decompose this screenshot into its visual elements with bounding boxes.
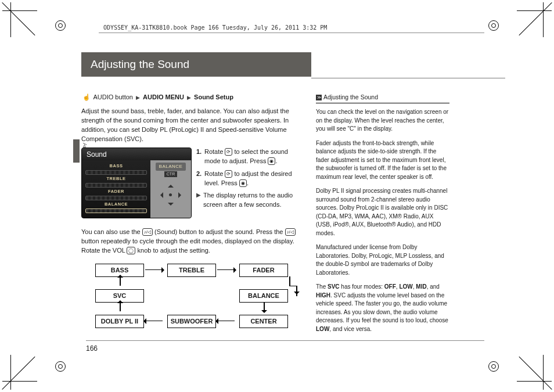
flow-box-treble: TREBLE: [167, 264, 216, 278]
registration-mark-icon: [482, 14, 505, 37]
header-stamp: ODYSSEY_KA-31TK8810.book Page 166 Tuesda…: [103, 24, 327, 31]
step-text: Rotate to select the sound mode to adjus…: [204, 148, 301, 166]
steps-list: 1. Rotate to select the sound mode to ad…: [196, 148, 301, 210]
flow-arrow: [120, 276, 121, 286]
main-column: AUDIO button ▶ AUDIO MENU ▶ Sound Setup …: [81, 93, 301, 339]
vol-knob-icon: [127, 247, 135, 254]
chevron-right-icon: ▶: [196, 191, 201, 210]
breadcrumb-item: Sound Setup: [194, 93, 233, 100]
screenshot-row-label: BALANCE: [85, 202, 147, 208]
intro-paragraph: Adjust the sound bass, treble, fader, an…: [81, 107, 301, 144]
sidebar-title: ≫Adjusting the Sound: [316, 93, 449, 103]
enter-icon: [239, 179, 247, 187]
crop-mark-top-right: [517, 2, 552, 37]
header-rule: [99, 33, 484, 33]
registration-mark-icon: [49, 14, 72, 37]
breadcrumb: AUDIO button ▶ AUDIO MENU ▶ Sound Setup: [81, 93, 301, 102]
joystick-icon: [156, 181, 185, 210]
step-number: 1.: [196, 148, 204, 166]
screenshot-balance-label: BALANCE: [156, 163, 186, 171]
dial-icon: [225, 170, 232, 178]
flow-box-fader: FADER: [239, 264, 288, 278]
screenshot-row-label: FADER: [85, 189, 147, 195]
section-tab: [73, 139, 80, 163]
sidebar-paragraph: Fader adjusts the front-to-back strength…: [316, 139, 449, 182]
page-number: 166: [86, 344, 98, 353]
flow-arrow: [145, 269, 163, 271]
screenshot-ctr-label: CTR: [164, 171, 177, 177]
registration-mark-icon: [482, 355, 505, 378]
chevron-right-icon: ▶: [136, 94, 140, 102]
crop-mark-top-left: [2, 2, 37, 37]
flow-arrow: [120, 302, 121, 311]
footer-rule: [86, 340, 484, 341]
sound-button-icon: [285, 228, 296, 236]
flow-arrow: [296, 286, 297, 296]
step-text: Rotate to adjust the desired level. Pres…: [204, 170, 301, 188]
registration-mark-icon: [49, 355, 72, 378]
screenshot-row-label: BASS: [85, 163, 147, 170]
page-content: Adjusting the Sound AUDIO button ▶ AUDIO…: [81, 52, 505, 339]
breadcrumb-item: AUDIO MENU: [143, 93, 184, 100]
step-number: 2.: [196, 170, 204, 188]
crop-mark-bottom-left: [2, 355, 37, 390]
page-title: Adjusting the Sound: [81, 52, 311, 77]
crop-mark-bottom-right: [517, 355, 552, 390]
below-paragraph: You can also use the (Sound) button to a…: [81, 228, 301, 256]
screenshot-title: Sound: [82, 148, 191, 160]
info-icon: ≫: [316, 95, 322, 100]
flow-arrow: [217, 269, 235, 271]
chevron-right-icon: ▶: [187, 94, 191, 102]
breadcrumb-item: AUDIO button: [93, 93, 132, 100]
sound-button-icon: [142, 228, 153, 236]
flow-arrow: [217, 321, 235, 322]
flow-arrow: [289, 276, 290, 286]
screenshot-sound-menu: Sound BASS TREBLE FADER BALANCE: [81, 148, 192, 218]
screenshot-row-label: TREBLE: [85, 176, 147, 182]
hand-icon: [81, 94, 92, 101]
flow-box-balance: BALANCE: [239, 289, 288, 303]
sidebar-paragraph: You can check the level on the navigatio…: [316, 108, 449, 134]
flow-diagram: BASS TREBLE FADER SVC BALANCE DOLBY PL I…: [95, 264, 293, 339]
flow-arrow: [289, 286, 296, 287]
sidebar-column: ≫Adjusting the Sound You can check the l…: [316, 93, 449, 339]
dial-icon: [225, 148, 232, 156]
flow-box-subwoofer: SUBWOOFER: [167, 315, 216, 329]
sidebar-paragraph: Dolby PL II signal processing creates mu…: [316, 187, 449, 238]
flow-arrow: [145, 321, 163, 322]
flow-box-center: CENTER: [239, 315, 288, 329]
flow-arrow: [264, 302, 265, 311]
title-rule: [311, 78, 505, 78]
sidebar-paragraph: Manufactured under license from Dolby La…: [316, 243, 449, 277]
enter-icon: [268, 157, 275, 165]
sidebar-paragraph: The SVC has four modes: OFF, LOW, MID, a…: [316, 283, 449, 333]
step-note: ▶ The display returns to the audio scree…: [196, 191, 301, 210]
flow-box-dolby: DOLBY PL II: [95, 315, 144, 329]
